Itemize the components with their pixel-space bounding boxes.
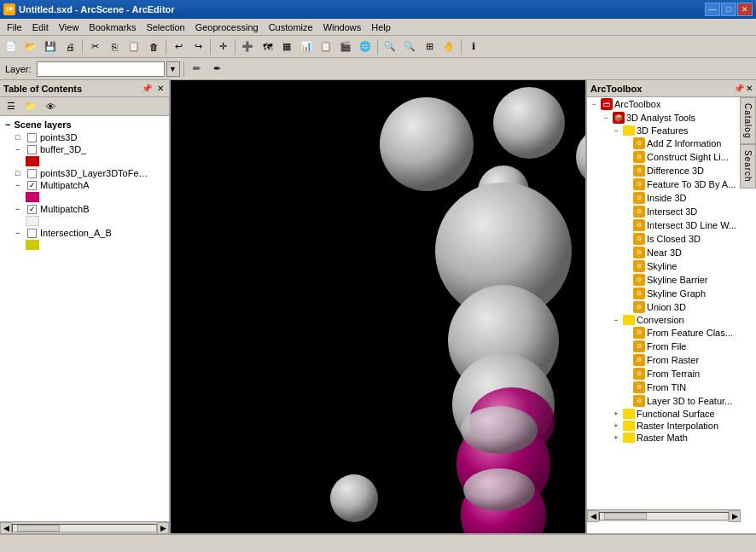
zoom-in-button[interactable]: 🔍 (381, 38, 399, 55)
tree-item-arctoolbox[interactable]: − 🗃 ArcToolbox (587, 97, 756, 111)
layer-input[interactable] (37, 61, 165, 77)
atb-scroll-left[interactable]: ◀ (587, 510, 599, 522)
layer-dropdown[interactable]: ▼ (166, 61, 180, 77)
tree-item-rasterinterp[interactable]: + Raster Interpolation (587, 420, 756, 432)
expand-icon[interactable]: + (611, 433, 621, 443)
report-button[interactable]: 📋 (317, 38, 335, 55)
zoom-out-button[interactable]: 🔍 (400, 38, 419, 55)
tree-item-intersect3dline[interactable]: ⚙ Intersect 3D Line W... (587, 218, 756, 232)
delete-button[interactable]: 🗑 (144, 38, 163, 55)
layer-checkbox-points3d2[interactable] (27, 169, 37, 178)
open-button[interactable]: 📂 (21, 38, 40, 55)
menu-customize[interactable]: Customize (264, 20, 318, 34)
tree-item-conversion[interactable]: − Conversion (587, 314, 756, 326)
toc-visibility-view[interactable]: 👁 (41, 98, 60, 115)
undo-button[interactable]: ↩ (169, 38, 188, 55)
cut-button[interactable]: ✂ (85, 38, 104, 55)
menu-geoprocessing[interactable]: Geoprocessing (190, 20, 264, 34)
toc-source-view[interactable]: 📁 (21, 98, 40, 115)
print-button[interactable]: 🖨 (61, 38, 79, 55)
zoom-extent-button[interactable]: ⊞ (420, 38, 439, 55)
add-data-button[interactable]: ➕ (238, 38, 257, 55)
layer-expand-points3d[interactable]: □ (15, 133, 24, 142)
new-button[interactable]: 📄 (2, 38, 20, 55)
menu-view[interactable]: View (54, 20, 84, 34)
identify-button[interactable]: ℹ (464, 38, 483, 55)
tree-item-featureto3d[interactable]: ⚙ Feature To 3D By A... (587, 177, 756, 191)
layer-checkbox-points3d[interactable] (27, 133, 37, 142)
catalog-tab[interactable]: Catalog (740, 97, 756, 144)
tree-item-skyline[interactable]: ⚙ Skyline (587, 259, 756, 273)
navigate-button[interactable]: ✛ (213, 38, 232, 55)
menu-help[interactable]: Help (366, 20, 396, 34)
layer-expand-multipatchB[interactable]: − (15, 205, 24, 213)
tree-item-skylinebarrier[interactable]: ⚙ Skyline Barrier (587, 273, 756, 287)
graph-button[interactable]: 📊 (297, 38, 316, 55)
tree-item-constructsight[interactable]: ⚙ Construct Sight Li... (587, 150, 756, 164)
tree-item-difference3d[interactable]: ⚙ Difference 3D (587, 164, 756, 177)
table-button[interactable]: ▦ (277, 38, 296, 55)
paste-button[interactable]: 📋 (125, 38, 143, 55)
menu-selection[interactable]: Selection (141, 20, 189, 34)
tree-item-3danalyst[interactable]: − 📦 3D Analyst Tools (587, 111, 756, 125)
edit-tool[interactable]: ✏ (188, 61, 206, 78)
tree-item-layer3d[interactable]: ⚙ Layer 3D to Featur... (587, 394, 756, 408)
atb-pin-button[interactable]: 📌 (734, 84, 744, 93)
section-expand[interactable]: − (5, 119, 10, 130)
pan-button[interactable]: 🤚 (439, 38, 458, 55)
maximize-button[interactable]: □ (721, 3, 736, 16)
expand-icon[interactable]: − (601, 113, 611, 123)
scene-button[interactable]: 🎬 (336, 38, 355, 55)
save-button[interactable]: 💾 (41, 38, 60, 55)
atb-scroll-thumb[interactable] (604, 513, 647, 520)
tree-item-3dfeatures[interactable]: − 3D Features (587, 125, 756, 137)
toc-pin-button[interactable]: 📌 (140, 83, 154, 94)
tree-item-isclosed3d[interactable]: ⚙ Is Closed 3D (587, 232, 756, 246)
layer-expand-buffer3d[interactable]: − (15, 145, 24, 154)
tree-item-fromraster[interactable]: ⚙ From Raster (587, 353, 756, 367)
layer-checkbox-multipatchA[interactable]: ✓ (27, 181, 37, 190)
tree-item-functionalsurface[interactable]: + Functional Surface (587, 408, 756, 420)
search-tab[interactable]: Search (740, 144, 756, 189)
sketch-tool[interactable]: ✒ (208, 61, 227, 78)
tree-item-addz[interactable]: ⚙ Add Z Information (587, 137, 756, 150)
layer-expand-multipatchA[interactable]: − (15, 181, 24, 189)
expand-icon[interactable]: + (611, 421, 621, 431)
atb-close-button[interactable]: ✕ (746, 84, 753, 93)
atb-scroll-right[interactable]: ▶ (729, 510, 741, 522)
tree-item-intersect3d[interactable]: ⚙ Intersect 3D (587, 205, 756, 218)
copy-button[interactable]: ⎘ (105, 38, 124, 55)
tree-item-fromterrain[interactable]: ⚙ From Terrain (587, 367, 756, 381)
layer-expand-points3d2[interactable]: □ (15, 169, 24, 177)
redo-button[interactable]: ↪ (189, 38, 207, 55)
close-button[interactable]: ✕ (737, 3, 753, 16)
tree-item-near3d[interactable]: ⚙ Near 3D (587, 246, 756, 259)
expand-icon[interactable]: − (589, 99, 599, 109)
layer-checkbox-multipatchB[interactable]: ✓ (27, 205, 37, 214)
tree-item-fromfile[interactable]: ⚙ From File (587, 340, 756, 353)
layer-checkbox-intersection[interactable] (27, 229, 37, 238)
expand-icon[interactable]: + (611, 409, 621, 419)
scene-view[interactable] (171, 80, 585, 533)
layer-checkbox-buffer3d[interactable] (27, 145, 37, 154)
menu-edit[interactable]: Edit (27, 20, 54, 34)
tree-item-rastermath[interactable]: + Raster Math (587, 432, 756, 444)
toc-scroll-thumb[interactable] (17, 525, 60, 532)
toc-scroll-left[interactable]: ◀ (0, 522, 12, 534)
tree-item-skylinegraph[interactable]: ⚙ Skyline Graph (587, 287, 756, 300)
toc-list-view[interactable]: ☰ (2, 98, 20, 115)
tree-item-fromfeature[interactable]: ⚙ From Feature Clas... (587, 326, 756, 340)
toc-close-button[interactable]: ✕ (155, 83, 166, 94)
menu-windows[interactable]: Windows (318, 20, 367, 34)
toc-scroll-right[interactable]: ▶ (157, 522, 169, 534)
tree-item-union3d[interactable]: ⚙ Union 3D (587, 300, 756, 314)
menu-file[interactable]: File (2, 20, 27, 34)
globe-button[interactable]: 🌐 (356, 38, 375, 55)
layer-expand-intersection[interactable]: − (15, 229, 24, 237)
minimize-button[interactable]: — (705, 3, 720, 16)
tree-item-fromtin[interactable]: ⚙ From TIN (587, 381, 756, 394)
arcmap-button[interactable]: 🗺 (258, 38, 276, 55)
expand-icon[interactable]: − (611, 315, 621, 325)
tree-item-inside3d[interactable]: ⚙ Inside 3D (587, 191, 756, 205)
menu-bookmarks[interactable]: Bookmarks (84, 20, 141, 34)
